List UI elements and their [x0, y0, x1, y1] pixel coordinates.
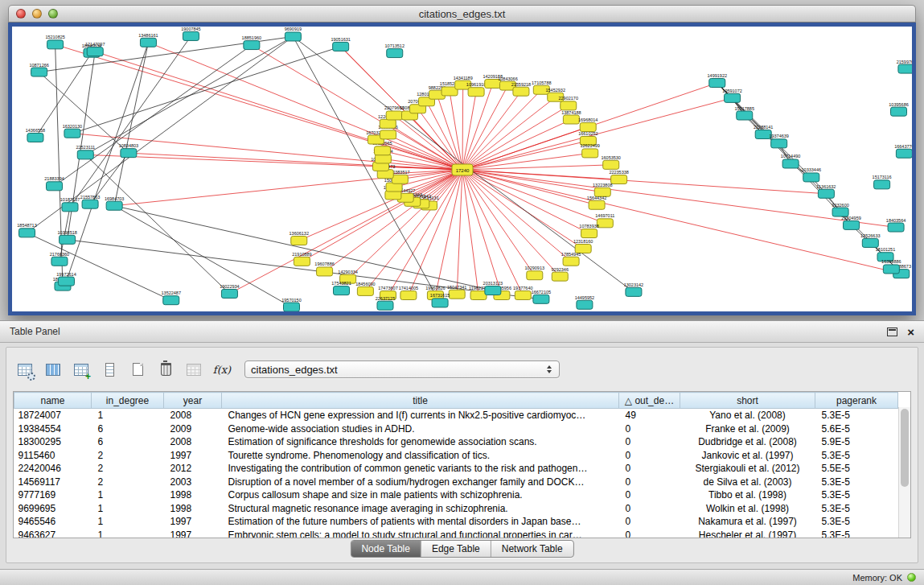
svg-text:10333446: 10333446	[802, 167, 821, 172]
table-cell: 5.3E-5	[815, 449, 898, 463]
table-cell: 5.3E-5	[815, 488, 898, 502]
table-cell: 14569117	[14, 476, 92, 489]
svg-text:19591072: 19591072	[722, 89, 741, 93]
zoom-window-button[interactable]	[48, 9, 58, 19]
table-row[interactable]: 1872400712008Changes of HCN gene express…	[14, 409, 898, 422]
table-cell: 2	[92, 476, 164, 489]
svg-text:19972614: 19972614	[56, 272, 76, 277]
table-selector-dropdown[interactable]: citations_edges.txt	[244, 360, 560, 378]
table-cell: 5.3E-5	[815, 529, 898, 539]
table-cell: 0	[619, 502, 680, 516]
tab-node-table[interactable]: Node Table	[351, 541, 421, 557]
column-header-title[interactable]: title	[222, 393, 619, 409]
network-view-frame: 1561313121977842228663431444492715476631…	[8, 23, 916, 315]
svg-text:19022934: 19022934	[220, 284, 239, 289]
svg-text:16731615: 16731615	[430, 293, 450, 298]
table-cell: Embryonic stem cells: a model to study s…	[222, 529, 619, 539]
column-header-short[interactable]: short	[680, 393, 815, 409]
svg-text:21883394: 21883394	[44, 176, 64, 181]
svg-text:16053530: 16053530	[601, 155, 620, 160]
close-window-button[interactable]	[16, 9, 26, 19]
trash-icon	[161, 363, 171, 376]
svg-text:10290913: 10290913	[525, 266, 544, 270]
svg-text:19374639: 19374639	[769, 134, 788, 138]
table-row[interactable]: 977716911998Corpus callosum shape and si…	[14, 488, 898, 502]
table-cell: Dudbridge et al. (2008)	[680, 435, 815, 449]
svg-text:14341189: 14341189	[454, 76, 473, 80]
window-titlebar[interactable]: citations_edges.txt	[8, 5, 916, 23]
svg-text:13023142: 13023142	[624, 282, 643, 287]
svg-text:19960826: 19960826	[425, 286, 445, 290]
table-cell: 5.3E-5	[815, 515, 898, 529]
table-cell: 18724007	[14, 409, 92, 422]
svg-text:22637125: 22637125	[376, 296, 395, 301]
svg-text:19377640: 19377640	[513, 286, 532, 290]
svg-text:10398518: 10398518	[57, 230, 76, 235]
svg-text:15047341: 15047341	[447, 285, 466, 290]
table-cell: Estimation of the future numbers of pati…	[222, 515, 619, 529]
scrollbar-thumb[interactable]	[901, 409, 909, 487]
close-panel-icon[interactable]: ×	[907, 326, 914, 338]
node-table: name in_degree year title △ out_de… shor…	[13, 391, 911, 538]
table-row[interactable]: 946362711997Embryonic stem cells: a mode…	[14, 529, 898, 539]
gear-icon	[27, 373, 35, 381]
table-cell: Corpus callosum shape and size in male p…	[222, 488, 619, 502]
rows-icon	[105, 363, 114, 377]
table-cell: 2008	[164, 409, 222, 422]
memory-status-indicator	[907, 573, 916, 582]
table-cell: 5.3E-5	[815, 502, 898, 516]
table-cell: 9699695	[14, 502, 92, 516]
svg-text:10783938: 10783938	[579, 224, 598, 229]
show-columns-button[interactable]	[43, 360, 64, 379]
svg-text:21559218: 21559218	[511, 82, 531, 87]
column-header-out-degree[interactable]: △ out_de…	[619, 393, 680, 409]
minimize-window-button[interactable]	[32, 9, 42, 19]
column-header-pagerank[interactable]: pagerank	[815, 393, 898, 409]
row-options-button[interactable]	[99, 360, 120, 379]
table-cell: Wolkin et al. (1998)	[680, 502, 815, 516]
table-row[interactable]: 946554611997Estimation of the future num…	[14, 515, 898, 529]
svg-text:15173116: 15173116	[873, 175, 892, 179]
svg-text:14697011: 14697011	[595, 213, 614, 218]
table-settings-button[interactable]	[14, 360, 35, 379]
memory-status-label: Memory: OK	[852, 573, 902, 583]
svg-text:17414005: 17414005	[399, 286, 418, 290]
table-row[interactable]: 1938455462009Genome-wide association stu…	[14, 422, 898, 436]
table-row[interactable]: 911546021997Tourette syndrome. Phenomeno…	[14, 449, 898, 463]
network-canvas[interactable]: 1561313121977842228663431444492715476631…	[12, 27, 912, 311]
table-row[interactable]: 1830029562008Estimation of significance …	[14, 435, 898, 449]
table-cell: Stergiakouli et al. (2012)	[680, 462, 815, 476]
table-panel-header[interactable]: Table Panel ×	[0, 321, 924, 343]
table-row[interactable]: 1456911722003Disruption of a novel membe…	[14, 476, 898, 489]
table-panel: Table Panel × +	[0, 320, 924, 569]
svg-text:16672105: 16672105	[532, 290, 551, 295]
table-cell: 22420046	[14, 462, 92, 476]
table-row[interactable]: 969969511998Structural magnetic resonanc…	[14, 502, 898, 516]
column-header-year[interactable]: year	[164, 393, 222, 409]
svg-text:16320130: 16320130	[63, 124, 82, 129]
svg-text:9690919: 9690919	[285, 27, 302, 31]
svg-text:19570150: 19570150	[281, 298, 301, 303]
table-cell: 18300295	[14, 435, 92, 449]
svg-text:22235338: 22235338	[609, 170, 628, 175]
tab-network-table[interactable]: Network Table	[491, 541, 573, 557]
tab-edge-table[interactable]: Edge Table	[421, 541, 491, 557]
svg-text:22204959: 22204959	[841, 216, 860, 220]
table-cell: 0	[619, 515, 680, 529]
float-panel-icon[interactable]	[887, 328, 897, 336]
traffic-lights	[16, 6, 58, 22]
table-cell: 0	[619, 435, 680, 449]
table-cell: 2012	[164, 462, 222, 476]
table-cell: Investigating the contribution of common…	[222, 462, 619, 476]
table-row[interactable]: 2242004622012Investigating the contribut…	[14, 462, 898, 476]
svg-text:14366558: 14366558	[26, 128, 45, 133]
column-header-in-degree[interactable]: in_degree	[92, 393, 164, 409]
function-builder-button[interactable]: f(x)	[211, 360, 232, 379]
table-scrollbar[interactable]	[898, 407, 910, 538]
delete-table-button[interactable]	[155, 360, 176, 379]
new-table-button[interactable]	[127, 360, 148, 379]
column-header-name[interactable]: name	[14, 393, 92, 409]
plus-icon: +	[85, 372, 91, 381]
import-table-button[interactable]: +	[71, 360, 92, 379]
table-cell: 0	[619, 449, 680, 463]
